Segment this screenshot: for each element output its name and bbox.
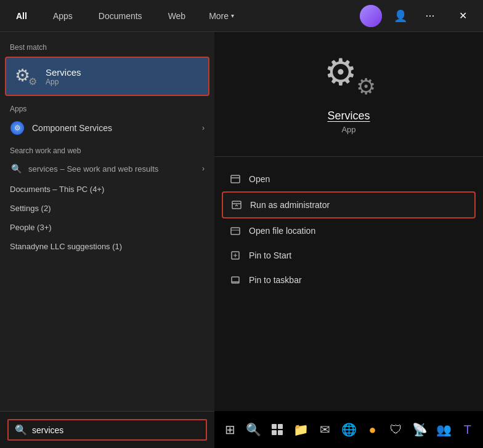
- open-icon: [229, 173, 242, 185]
- best-match-label: Best match: [0, 39, 214, 54]
- run-as-admin-icon: [230, 199, 243, 211]
- best-match-subtitle: App: [46, 78, 81, 86]
- nav-right: 👤 ··· ✕: [360, 5, 477, 27]
- gear-small-icon: ⚙: [28, 76, 37, 87]
- teams-button[interactable]: T: [457, 416, 478, 443]
- open-item[interactable]: Open: [222, 167, 476, 191]
- pin-to-taskbar-item[interactable]: Pin to taskbar: [222, 268, 476, 292]
- run-as-admin-item[interactable]: Run as administrator: [222, 191, 476, 218]
- people-button[interactable]: 👥: [433, 416, 455, 443]
- documents-item[interactable]: Documents – This PC (4+): [0, 180, 214, 199]
- edge-button[interactable]: 🌐: [338, 416, 360, 443]
- search-web-item[interactable]: 🔍 services – See work and web results ›: [0, 158, 214, 180]
- right-panel: ⚙ ⚙ Services App Open: [214, 32, 483, 448]
- search-input-icon: 🔍: [15, 424, 27, 436]
- close-button[interactable]: ✕: [448, 5, 477, 27]
- ellipsis-icon[interactable]: ···: [419, 5, 441, 27]
- svg-rect-10: [272, 430, 277, 435]
- search-input[interactable]: [32, 425, 200, 435]
- open-file-location-icon: [229, 225, 242, 237]
- open-file-location-label: Open file location: [249, 226, 315, 236]
- user-avatar[interactable]: [360, 5, 382, 27]
- start-menu: All Apps Documents Web More ▾ 👤 ··· ✕ Be…: [0, 0, 483, 448]
- start-button[interactable]: ⊞: [219, 416, 241, 443]
- best-match-text: Services App: [46, 67, 81, 86]
- search-web-text: services – See work and web results: [28, 164, 158, 174]
- stanadyne-item[interactable]: Stanadyne LLC suggestions (1): [0, 237, 214, 256]
- arrow-right-icon: ›: [202, 124, 205, 132]
- component-services-label: Component Services: [32, 123, 112, 133]
- taskview-button[interactable]: [267, 416, 288, 443]
- tab-apps[interactable]: Apps: [43, 6, 83, 26]
- more-dropdown[interactable]: More ▾: [201, 6, 242, 26]
- right-title: Services: [327, 110, 370, 122]
- svg-rect-8: [272, 424, 277, 429]
- content-area: Best match ⚙ ⚙ Services App Apps ⚙: [0, 32, 483, 448]
- settings-item[interactable]: Settings (2): [0, 199, 214, 218]
- apps-label: Apps: [0, 98, 214, 116]
- svg-rect-4: [231, 228, 240, 234]
- search-taskbar-button[interactable]: 🔍: [243, 416, 265, 443]
- open-file-location-item[interactable]: Open file location: [222, 218, 476, 243]
- open-label: Open: [249, 174, 270, 184]
- divider: [214, 156, 483, 157]
- search-query: services: [28, 164, 58, 174]
- top-nav: All Apps Documents Web More ▾ 👤 ··· ✕: [0, 0, 483, 32]
- taskbar: ⊞ 🔍 📁 ✉ 🌐 ● 🛡 📡 👥 T: [214, 411, 483, 448]
- pin-to-start-label: Pin to Start: [249, 250, 291, 260]
- mail-button[interactable]: ✉: [314, 416, 336, 443]
- best-match-icon: ⚙ ⚙: [14, 64, 38, 89]
- component-services-item[interactable]: ⚙ Component Services ›: [0, 116, 214, 140]
- services-icon-small: ⚙ ⚙: [15, 65, 37, 87]
- right-icon-area: ⚙ ⚙ Services App: [324, 50, 373, 134]
- chevron-down-icon: ▾: [231, 12, 234, 19]
- search-web-label: Search work and web: [0, 140, 214, 158]
- more-label: More: [209, 11, 229, 21]
- file-explorer-button[interactable]: 📁: [291, 416, 312, 443]
- left-panel: Best match ⚙ ⚙ Services App Apps ⚙: [0, 32, 214, 448]
- pin-to-start-item[interactable]: Pin to Start: [222, 243, 476, 268]
- best-match-item[interactable]: ⚙ ⚙ Services App: [5, 57, 209, 96]
- tab-documents[interactable]: Documents: [89, 6, 152, 26]
- avatar-image: [360, 5, 382, 27]
- comp-icon: ⚙: [10, 121, 24, 135]
- search-web-sub: – See work and web results: [60, 164, 159, 174]
- security-button[interactable]: 🛡: [386, 416, 407, 443]
- search-input-wrapper[interactable]: 🔍: [7, 419, 207, 441]
- search-box-area: 🔍: [0, 411, 214, 448]
- big-gear-small-icon: ⚙: [356, 74, 376, 100]
- run-as-admin-label: Run as administrator: [250, 200, 330, 210]
- tab-all[interactable]: All: [6, 6, 37, 26]
- services-icon-large: ⚙ ⚙: [324, 50, 373, 100]
- tab-web[interactable]: Web: [158, 6, 196, 26]
- svg-rect-0: [231, 175, 240, 183]
- svg-rect-9: [278, 424, 283, 429]
- search-web-icon: 🔍: [10, 162, 22, 175]
- person-icon[interactable]: 👤: [389, 5, 412, 27]
- network-button[interactable]: 📡: [409, 416, 431, 443]
- component-services-icon: ⚙: [10, 121, 25, 135]
- best-match-title: Services: [46, 67, 81, 78]
- big-gear-main-icon: ⚙: [324, 50, 357, 94]
- arrow-right-icon: ›: [202, 164, 205, 173]
- right-subtitle: App: [341, 125, 355, 134]
- svg-rect-11: [278, 430, 283, 435]
- bottom-bar: 🔍 ⊞ 🔍 📁 ✉ 🌐 ● 🛡 📡 👥 T: [0, 411, 483, 448]
- pin-to-taskbar-label: Pin to taskbar: [249, 275, 302, 285]
- pin-to-taskbar-icon: [229, 274, 242, 286]
- context-menu: Open Run as administrator: [214, 167, 483, 292]
- pin-to-start-icon: [229, 249, 242, 262]
- chrome-button[interactable]: ●: [362, 416, 383, 443]
- people-item[interactable]: People (3+): [0, 218, 214, 237]
